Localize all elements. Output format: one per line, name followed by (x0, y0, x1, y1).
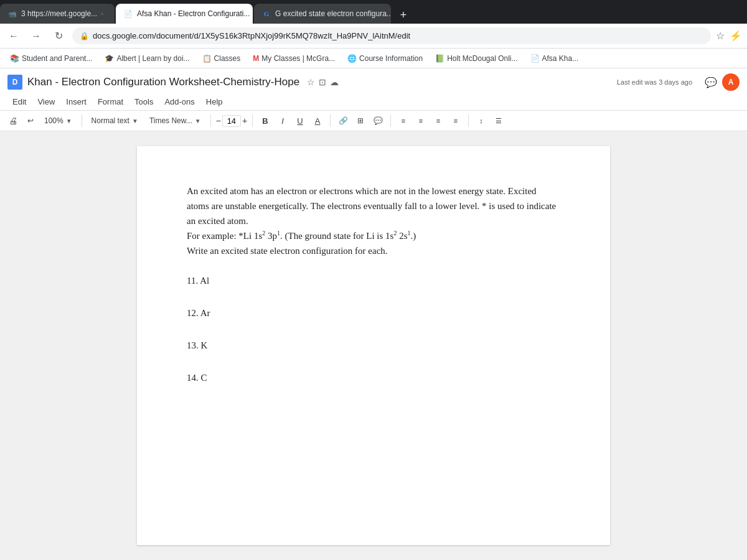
align-center-button[interactable]: ≡ (413, 113, 428, 128)
question-12-element: Ar (200, 308, 210, 318)
align-right-button[interactable]: ≡ (431, 113, 446, 128)
toolbar-divider-3 (252, 114, 253, 127)
bookmark-classes[interactable]: 📋 Classes (197, 53, 246, 64)
tab-meet-close[interactable]: × (97, 9, 107, 19)
bookmark-afsa-label: Afsa Kha... (542, 54, 579, 63)
tab-docs-close[interactable]: × (250, 9, 253, 19)
print-button[interactable]: 🖨 (5, 114, 21, 128)
instruction-paragraph: Write an excited state electron configur… (187, 243, 560, 258)
holt-icon: 📗 (435, 54, 444, 63)
comments-icon[interactable]: 💬 (705, 77, 717, 88)
question-12-number: 12. (187, 308, 199, 318)
question-11: 11. Al (187, 273, 560, 288)
bookmark-myclasses[interactable]: M My Classes | McGra... (248, 53, 340, 64)
bold-button[interactable]: B (258, 113, 273, 128)
question-14: 14. C (187, 370, 560, 385)
underline-button[interactable]: U (293, 113, 308, 128)
align-left-button[interactable]: ≡ (396, 113, 411, 128)
docs-header: D Khan - Electron Configuration Workshee… (0, 68, 747, 111)
style-chevron-icon: ▼ (132, 118, 138, 124)
font-size-value[interactable]: 14 (222, 115, 241, 127)
student-icon: 📚 (10, 54, 19, 63)
zoom-chevron-icon: ▼ (66, 118, 72, 124)
user-avatar[interactable]: A (722, 73, 740, 91)
toolbar-divider-5 (390, 114, 391, 127)
bookmark-student-label: Student and Parent... (22, 54, 92, 63)
meet-tab-icon: 📹 (7, 9, 17, 19)
menu-addons[interactable]: Add-ons (159, 95, 199, 109)
docs-title-actions: ☆ ⊡ ☁ (307, 77, 339, 87)
menu-insert[interactable]: Insert (61, 95, 92, 109)
tab-google-label: G excited state electron configura... (275, 9, 391, 18)
link-button[interactable]: 🔗 (336, 113, 350, 128)
bookmark-student[interactable]: 📚 Student and Parent... (5, 53, 97, 64)
menu-edit[interactable]: Edit (7, 95, 31, 109)
bookmark-holt[interactable]: 📗 Holt McDougal Onli... (430, 53, 522, 64)
forward-button[interactable]: → (27, 27, 45, 45)
back-button[interactable]: ← (5, 27, 22, 45)
bookmark-afsa[interactable]: 📄 Afsa Kha... (525, 53, 584, 64)
list-button[interactable]: ☰ (491, 113, 506, 128)
toolbar-divider-6 (468, 114, 469, 127)
lock-icon: 🔒 (80, 32, 89, 40)
doc-intro-section: An excited atom has an electron or elect… (187, 184, 560, 258)
docs-menu-bar: Edit View Insert Format Tools Add-ons He… (7, 93, 740, 110)
comment-button[interactable]: 💬 (370, 113, 385, 128)
bookmark-albert[interactable]: 🎓 Albert | Learn by doi... (100, 53, 194, 64)
undo-button[interactable]: ↩ (24, 114, 37, 127)
url-bar[interactable]: 🔒 docs.google.com/document/d/1X5yS16k3Rt… (72, 27, 711, 44)
question-13: 13. K (187, 338, 560, 353)
myclasses-icon: M (253, 54, 259, 63)
menu-help[interactable]: Help (201, 95, 228, 109)
toolbar-divider-1 (82, 114, 82, 127)
bookmark-course-label: Course Information (359, 54, 423, 63)
star-button[interactable]: ☆ (307, 77, 315, 87)
strikethrough-button[interactable]: A (310, 113, 325, 128)
albert-icon: 🎓 (105, 54, 114, 63)
url-text: docs.google.com/document/d/1X5yS16k3RtpN… (93, 31, 410, 40)
image-button[interactable]: ⊞ (353, 113, 368, 128)
tab-meet[interactable]: 📹 3 https://meet.google... × (0, 4, 115, 24)
font-value: Times New... (149, 116, 192, 125)
browser-chrome: 📹 3 https://meet.google... × 📄 Afsa Khan… (0, 0, 747, 68)
menu-format[interactable]: Format (93, 95, 128, 109)
line-spacing-button[interactable]: ↕ (474, 113, 489, 128)
bookmark-star-button[interactable]: ☆ (716, 30, 725, 42)
question-11-element: Al (200, 276, 209, 286)
bookmark-classes-label: Classes (214, 54, 241, 63)
toolbar-divider-2 (210, 114, 211, 127)
intro-paragraph: An excited atom has an electron or elect… (187, 184, 560, 228)
align-justify-button[interactable]: ≡ (448, 113, 463, 128)
docs-tab-icon: 📄 (123, 9, 133, 19)
font-select[interactable]: Times New... ▼ (145, 114, 205, 128)
move-to-folder-button[interactable]: ⊡ (319, 77, 326, 87)
google-tab-icon: G (261, 9, 271, 19)
tab-docs[interactable]: 📄 Afsa Khan - Electron Configurati... × (116, 4, 253, 24)
reload-button[interactable]: ↻ (50, 27, 67, 45)
cloud-status-icon: ☁ (330, 77, 339, 87)
main-content: D Khan - Electron Configuration Workshee… (0, 68, 747, 560)
toolbar-divider-4 (330, 114, 331, 127)
bookmark-holt-label: Holt McDougal Onli... (447, 54, 517, 63)
tab-google[interactable]: G G excited state electron configura... … (254, 4, 391, 24)
menu-view[interactable]: View (32, 95, 60, 109)
font-size-increase[interactable]: + (242, 116, 247, 126)
font-size-control: − 14 + (216, 115, 247, 127)
font-size-decrease[interactable]: − (216, 116, 221, 126)
classes-icon: 📋 (202, 54, 212, 63)
style-select[interactable]: Normal text ▼ (87, 114, 143, 128)
doc-page: An excited atom has an electron or elect… (137, 146, 610, 545)
question-12: 12. Ar (187, 306, 560, 320)
new-tab-button[interactable]: + (395, 6, 412, 24)
italic-button[interactable]: I (275, 113, 290, 128)
zoom-value: 100% (44, 116, 63, 125)
example-paragraph: For example: *Li 1s2 3p1. (The ground st… (187, 228, 560, 243)
afsa-icon: 📄 (530, 54, 540, 63)
docs-toolbar: 🖨 ↩ 100% ▼ Normal text ▼ Times New... ▼ … (0, 111, 747, 131)
menu-tools[interactable]: Tools (129, 95, 158, 109)
docs-title: Khan - Electron Configuration Worksheet-… (27, 76, 299, 88)
extension-button[interactable]: ⚡ (730, 30, 742, 42)
zoom-select[interactable]: 100% ▼ (40, 114, 77, 128)
bookmark-course[interactable]: 🌐 Course Information (342, 53, 428, 64)
font-chevron-icon: ▼ (195, 118, 201, 124)
